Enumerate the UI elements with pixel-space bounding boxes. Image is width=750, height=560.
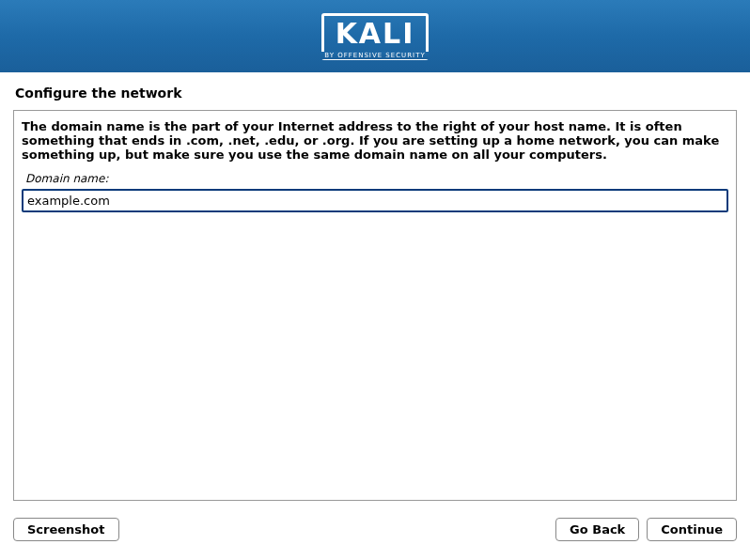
domain-name-input[interactable] <box>22 189 728 212</box>
logo-text: KALI <box>336 20 415 48</box>
page-title: Configure the network <box>0 72 750 110</box>
continue-button[interactable]: Continue <box>647 518 737 541</box>
go-back-button[interactable]: Go Back <box>555 518 639 541</box>
description-text: The domain name is the part of your Inte… <box>18 120 732 163</box>
logo-subtitle: BY OFFENSIVE SECURITY <box>320 52 429 59</box>
header-banner: KALI BY OFFENSIVE SECURITY <box>0 0 750 72</box>
content-panel: The domain name is the part of your Inte… <box>13 110 737 501</box>
nav-button-group: Go Back Continue <box>555 518 737 541</box>
screenshot-button[interactable]: Screenshot <box>13 518 119 541</box>
domain-name-label: Domain name: <box>18 163 732 189</box>
button-bar: Screenshot Go Back Continue <box>0 501 750 541</box>
kali-logo: KALI BY OFFENSIVE SECURITY <box>321 13 430 60</box>
